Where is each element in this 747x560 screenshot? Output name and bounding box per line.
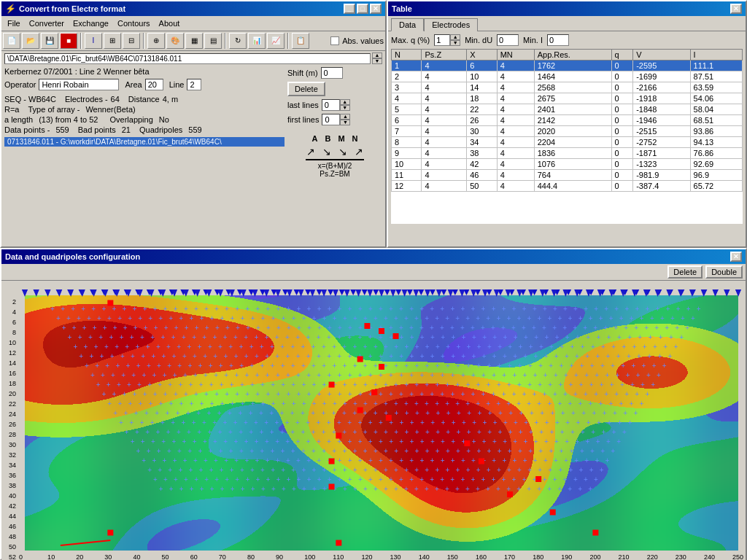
table-row[interactable]: 10442410760-132392.69 bbox=[392, 159, 743, 170]
area-label: Area bbox=[125, 80, 142, 89]
arrow-n: ↗ bbox=[355, 146, 363, 158]
data-window-controls: ✕ bbox=[730, 252, 742, 262]
cell-psz: 4 bbox=[422, 137, 467, 148]
abs-values-label: Abs. values bbox=[342, 36, 384, 45]
new-btn[interactable]: 📄 bbox=[3, 33, 20, 49]
open-btn[interactable]: 📂 bbox=[22, 33, 39, 49]
cell-x: 30 bbox=[467, 126, 497, 137]
tool9-btn[interactable]: 🎨 bbox=[166, 33, 184, 49]
cell-mn: 4 bbox=[497, 148, 534, 159]
tool4-btn[interactable]: ■ bbox=[60, 33, 77, 49]
minI-label: Min. I bbox=[523, 36, 543, 44]
data-delete-button[interactable]: Delete bbox=[667, 265, 703, 279]
table-row[interactable]: 1144647640-981.996.9 bbox=[392, 170, 743, 181]
file-path-highlight: 07131846.011 - G:\workdir\DATA\Bretagne.… bbox=[4, 137, 285, 147]
maxq-down[interactable]: ▼ bbox=[450, 40, 460, 46]
save-btn[interactable]: 💾 bbox=[41, 33, 58, 49]
maxq-input[interactable] bbox=[434, 34, 450, 46]
tool15-btn[interactable]: 📋 bbox=[292, 33, 309, 49]
line-label: Line bbox=[169, 80, 185, 89]
cell-n: 12 bbox=[392, 181, 422, 192]
table-row[interactable]: 124504444.40-387.465.72 bbox=[392, 181, 743, 192]
tool14-btn[interactable]: 📈 bbox=[267, 33, 285, 49]
maximize-button[interactable]: □ bbox=[357, 4, 368, 14]
data-window: Data and quadripoles configuration ✕ Del… bbox=[0, 248, 747, 560]
table-row[interactable]: 2410414640-169987.51 bbox=[392, 71, 743, 82]
cell-appres: 2675 bbox=[534, 93, 611, 104]
table-row[interactable]: 4418426750-191854.06 bbox=[392, 93, 743, 104]
cell-psz: 4 bbox=[422, 148, 467, 159]
menu-file[interactable]: File bbox=[3, 18, 25, 29]
table-row[interactable]: 7430420200-251593.86 bbox=[392, 126, 743, 137]
tool8-btn[interactable]: ⊕ bbox=[147, 33, 165, 49]
data-close-button[interactable]: ✕ bbox=[730, 252, 742, 262]
last-lines-input[interactable] bbox=[322, 99, 340, 111]
tool5-btn[interactable]: I bbox=[85, 33, 102, 49]
cell-q: 0 bbox=[611, 93, 633, 104]
operator-label: Operator bbox=[4, 80, 36, 89]
operator-value: Henri Robain bbox=[39, 79, 119, 90]
menu-about[interactable]: About bbox=[155, 18, 185, 29]
line-value: 2 bbox=[187, 79, 201, 90]
delete-button[interactable]: Delete bbox=[287, 82, 325, 96]
cell-i: 54.06 bbox=[690, 93, 742, 104]
convert-window-icon: ⚡ bbox=[5, 4, 16, 14]
electrodes-value: 64 bbox=[111, 95, 120, 104]
cell-appres: 2142 bbox=[534, 115, 611, 126]
cell-mn: 4 bbox=[497, 104, 534, 115]
path-down-btn[interactable]: ▼ bbox=[372, 58, 382, 64]
cell-x: 46 bbox=[467, 170, 497, 181]
shift-input[interactable] bbox=[321, 67, 343, 79]
tool12-btn[interactable]: ↻ bbox=[229, 33, 247, 49]
distance-label: Distance bbox=[128, 95, 160, 104]
tab-electrodes[interactable]: Electrodes bbox=[424, 18, 478, 31]
formula2: Ps.Z=BM bbox=[318, 170, 352, 178]
cell-v: -981.9 bbox=[633, 170, 690, 181]
alength-label: a length bbox=[4, 115, 33, 124]
last-lines-up[interactable]: ▲ bbox=[340, 99, 350, 105]
last-lines-down[interactable]: ▼ bbox=[340, 105, 350, 111]
tool13-btn[interactable]: 📊 bbox=[248, 33, 266, 49]
menu-contours[interactable]: Contours bbox=[113, 18, 155, 29]
minimize-button[interactable]: _ bbox=[344, 4, 355, 14]
cell-x: 10 bbox=[467, 71, 497, 82]
maxq-up[interactable]: ▲ bbox=[450, 34, 460, 40]
table-close-button[interactable]: ✕ bbox=[730, 4, 742, 14]
tool7-btn[interactable]: ⊟ bbox=[123, 33, 140, 49]
table-row[interactable]: 3414425680-216663.59 bbox=[392, 82, 743, 93]
sep1 bbox=[80, 33, 82, 49]
tool11-btn[interactable]: ▤ bbox=[204, 33, 222, 49]
cell-x: 18 bbox=[467, 93, 497, 104]
first-lines-down[interactable]: ▼ bbox=[340, 120, 350, 125]
table-row[interactable]: 146417620-2595111.1 bbox=[392, 61, 743, 71]
mindU-input[interactable] bbox=[497, 34, 519, 46]
cell-i: 65.72 bbox=[690, 181, 742, 192]
table-row[interactable]: 9438418360-187176.86 bbox=[392, 148, 743, 159]
table-row[interactable]: 8434422040-275294.13 bbox=[392, 137, 743, 148]
close-button[interactable]: ✕ bbox=[370, 4, 382, 14]
cell-psz: 4 bbox=[422, 61, 467, 71]
cell-i: 87.51 bbox=[690, 71, 742, 82]
tab-data[interactable]: Data bbox=[391, 18, 424, 31]
cell-v: -1699 bbox=[633, 71, 690, 82]
first-lines-input[interactable] bbox=[322, 114, 340, 125]
data-double-button[interactable]: Double bbox=[705, 265, 743, 279]
menu-converter[interactable]: Converter bbox=[25, 18, 69, 29]
cell-x: 6 bbox=[467, 61, 497, 71]
table-row[interactable]: 6426421420-194668.51 bbox=[392, 115, 743, 126]
toolbar: 📄 📂 💾 ■ I ⊞ ⊟ ⊕ 🎨 ▦ ▤ ↻ 📊 📈 📋 Abs. value… bbox=[1, 31, 385, 51]
table-row[interactable]: 5422424010-184858.04 bbox=[392, 104, 743, 115]
tool10-btn[interactable]: ▦ bbox=[185, 33, 203, 49]
minI-input[interactable] bbox=[547, 34, 569, 46]
cell-psz: 4 bbox=[422, 126, 467, 137]
col-v: V bbox=[633, 50, 690, 61]
cell-psz: 4 bbox=[422, 82, 467, 93]
convert-window-controls: _ □ ✕ bbox=[344, 4, 382, 14]
first-lines-up[interactable]: ▲ bbox=[340, 114, 350, 120]
menu-exchange[interactable]: Exchange bbox=[69, 18, 113, 29]
quadripoles-label: Quadripoles bbox=[139, 125, 182, 134]
path-up-btn[interactable]: ▲ bbox=[372, 52, 382, 58]
tool6-btn[interactable]: ⊞ bbox=[104, 33, 121, 49]
abs-values-checkbox[interactable] bbox=[330, 36, 339, 45]
cell-q: 0 bbox=[611, 137, 633, 148]
